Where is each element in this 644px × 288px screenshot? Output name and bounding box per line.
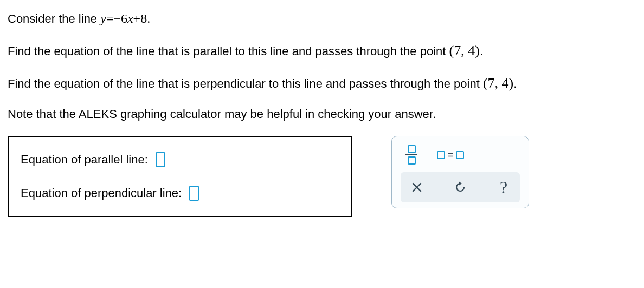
eq-left-icon (437, 151, 445, 159)
fraction-denominator-icon (408, 156, 416, 165)
eq-tail: +8. (133, 11, 151, 25)
eq-right-icon (456, 151, 464, 159)
eq-part: =−6 (106, 11, 127, 25)
question-mark-icon: ? (500, 178, 507, 198)
undo-icon (454, 181, 467, 194)
parallel-row: Equation of parallel line: (21, 152, 339, 167)
help-button[interactable]: ? (493, 176, 514, 198)
toolbox-row-actions: ? (401, 172, 520, 202)
calculator-note: Note that the ALEKS graphing calculator … (8, 106, 636, 123)
answer-area: Equation of parallel line: Equation of p… (8, 136, 636, 217)
parallel-label: Equation of parallel line: (21, 153, 148, 167)
text: Find the equation of the line that is pe… (8, 77, 483, 90)
suffix: . (513, 77, 517, 90)
x-icon (411, 182, 422, 193)
point: (7, 4) (449, 43, 480, 58)
text: Consider the line (8, 12, 100, 25)
fraction-numerator-icon (408, 145, 416, 153)
var-y: y (100, 11, 106, 25)
svg-marker-2 (459, 181, 462, 186)
point: (7, 4) (483, 75, 513, 91)
fraction-tool[interactable] (401, 144, 422, 166)
reset-button[interactable] (449, 176, 471, 198)
equals-symbol: = (447, 149, 454, 161)
answer-box: Equation of parallel line: Equation of p… (8, 136, 352, 217)
clear-button[interactable] (406, 176, 428, 198)
perpendicular-row: Equation of perpendicular line: (21, 186, 339, 201)
parallel-instruction: Find the equation of the line that is pa… (8, 41, 636, 61)
perpendicular-input[interactable] (189, 186, 199, 201)
line-given: Consider the line y=−6x+8. (8, 10, 636, 28)
problem-statement: Consider the line y=−6x+8. Find the equa… (8, 10, 636, 123)
fraction-bar-icon (405, 154, 417, 155)
math-toolbox: = ? (391, 136, 529, 208)
perpendicular-instruction: Find the equation of the line that is pe… (8, 74, 636, 93)
toolbox-row-templates: = (401, 144, 520, 166)
suffix: . (480, 44, 483, 58)
var-x: x (127, 11, 133, 25)
text: Find the equation of the line that is pa… (8, 44, 449, 58)
parallel-input[interactable] (156, 152, 165, 167)
equation-tool[interactable]: = (440, 144, 461, 166)
perpendicular-label: Equation of perpendicular line: (21, 186, 182, 200)
